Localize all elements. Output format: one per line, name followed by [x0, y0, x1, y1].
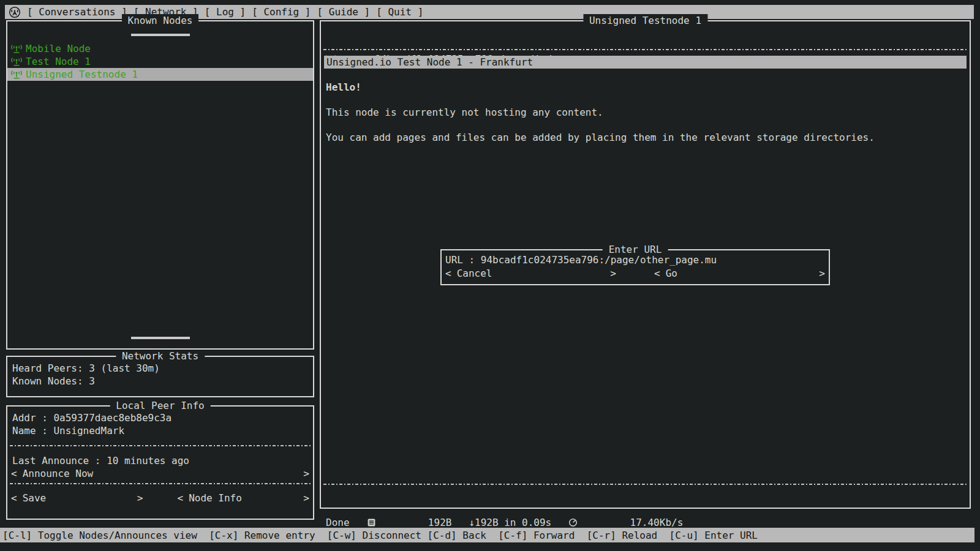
menu-item-guide[interactable]: [ Guide ]: [317, 6, 371, 18]
last-announce-text: Last Announce : 10 minutes ago: [12, 454, 189, 467]
status-speed: 17.40Kb/s: [630, 516, 684, 529]
divider: [323, 49, 967, 50]
button-open-bracket: <: [178, 492, 184, 504]
enter-url-dialog: Enter URL URL : 94bcadf1c024735ea796:/pa…: [440, 249, 830, 285]
node-list-item[interactable]: Mobile Node: [7, 42, 313, 55]
menu-item-conversations[interactable]: [ Conversations ]: [27, 6, 127, 18]
button-open-bracket: <: [654, 267, 660, 280]
go-button[interactable]: <Go>: [654, 267, 825, 280]
menu-item-quit[interactable]: [ Quit ]: [376, 6, 423, 18]
page-greeting: Hello!: [326, 81, 361, 94]
known-nodes-title: Known Nodes: [122, 14, 199, 27]
status-size: 192B: [428, 516, 452, 529]
scroll-up-indicator: [131, 34, 190, 36]
node-antenna-icon: [10, 70, 23, 79]
url-input-label: URL :: [445, 254, 481, 266]
page-text-line: This node is currently not hosting any c…: [326, 106, 603, 119]
button-label: Node Info: [189, 492, 242, 504]
known-nodes-panel: Known Nodes Mobile Node: [6, 20, 314, 350]
local-peer-info-panel: Local Peer Info Addr : 0a59377daec8eb8e9…: [6, 405, 314, 520]
button-open-bracket: <: [11, 467, 17, 480]
node-antenna-icon: [10, 44, 23, 53]
app-logo-icon: [9, 6, 21, 18]
scroll-down-indicator: [131, 337, 190, 339]
button-open-bracket: <: [11, 492, 17, 504]
divider: [10, 483, 311, 484]
peer-buttons-row: <Save> <Node Info>: [11, 492, 309, 504]
node-header-link[interactable]: Unsigned.io Test Node 1 - Frankfurt: [324, 56, 967, 69]
node-name: Unsigned Testnode 1: [26, 68, 138, 81]
button-close-bracket: >: [137, 492, 143, 504]
page-text-line: You can add pages and files can be added…: [326, 131, 875, 144]
button-close-bracket: >: [819, 267, 825, 280]
local-peer-info-title: Local Peer Info: [110, 399, 211, 412]
node-name: Test Node 1: [26, 55, 91, 68]
divider: [10, 445, 311, 446]
button-label: Go: [666, 267, 677, 280]
save-button[interactable]: <Save>: [11, 492, 143, 504]
url-input[interactable]: URL : 94bcadf1c024735ea796:/page/other_p…: [445, 253, 717, 266]
node-list-item[interactable]: Unsigned Testnode 1: [7, 68, 313, 81]
node-list: Mobile Node Test Node 1: [7, 42, 313, 81]
cancel-button[interactable]: <Cancel>: [445, 267, 616, 280]
menu-item-config[interactable]: [ Config ]: [252, 6, 311, 18]
menu-item-log[interactable]: [ Log ]: [205, 6, 246, 18]
button-open-bracket: <: [445, 267, 451, 280]
shortcut-bar: [C-l] Toggle Nodes/Announces view [C-x] …: [0, 528, 974, 542]
announce-now-button[interactable]: <Announce Now>: [11, 467, 309, 480]
button-label: Cancel: [457, 267, 492, 280]
browser-panel: Unsigned Testnode 1 94bcadf1c024735ea796…: [320, 20, 971, 509]
heard-peers-stat: Heard Peers: 3 (last 30m): [12, 362, 160, 375]
shortcut-bar-text: [C-l] Toggle Nodes/Announces view [C-x] …: [2, 529, 758, 542]
button-close-bracket: >: [303, 492, 309, 504]
dialog-buttons-row: <Cancel> <Go>: [445, 267, 825, 280]
nomadnet-app: [ Conversations ] [ Network ] [ Log ] [ …: [0, 0, 980, 551]
button-close-bracket: >: [303, 467, 309, 480]
network-stats-title: Network Stats: [116, 350, 205, 362]
button-label: Announce Now: [23, 467, 94, 480]
status-state: Done: [326, 516, 350, 529]
known-nodes-stat: Known Nodes: 3: [12, 375, 95, 388]
divider: [323, 484, 967, 485]
peer-addr: Addr : 0a59377daec8eb8e9c3a: [12, 411, 172, 424]
network-stats-panel: Network Stats Heard Peers: 3 (last 30m) …: [6, 356, 314, 397]
node-name: Mobile Node: [26, 42, 91, 55]
url-input-value: 94bcadf1c024735ea796:/page/other_page.mu: [481, 254, 717, 266]
status-transfer: ↓192B in 0.09s: [469, 516, 551, 529]
button-close-bracket: >: [610, 267, 616, 280]
button-label: Save: [23, 492, 47, 504]
browser-title: Unsigned Testnode 1: [583, 14, 707, 27]
peer-name: Name : UnsignedMark: [12, 424, 124, 437]
node-info-button[interactable]: <Node Info>: [178, 492, 310, 504]
node-antenna-icon: [10, 57, 23, 66]
node-list-item[interactable]: Test Node 1: [7, 55, 313, 68]
